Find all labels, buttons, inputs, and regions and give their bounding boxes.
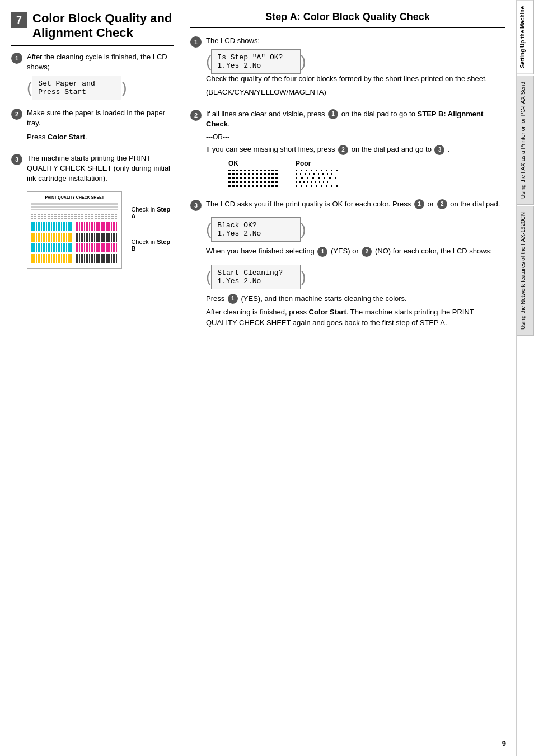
tab-setting-up[interactable]: Setting Up the Machine — [517, 0, 534, 74]
right-step-3: 3 The LCD asks you if the print quality … — [190, 199, 505, 331]
step-b-blocks — [31, 222, 118, 263]
ok-quality: OK — [228, 159, 279, 187]
tab-network[interactable]: Using the Network features of the FAX-19… — [517, 206, 534, 336]
right-step-1: 1 The LCD shows: ( Is Step "A" OK? 1.Yes… — [190, 36, 505, 101]
lcd-left-3: ( — [206, 269, 211, 285]
left-step-2: 2 Make sure the paper is loaded in the p… — [11, 108, 174, 145]
circle-step3-1: 1 — [414, 199, 424, 209]
lcd-inner-right-2: Black OK? 1.Yes 2.No — [211, 217, 301, 242]
step3-line1: The LCD asks you if the print quality is… — [206, 199, 505, 210]
right-tabs: Setting Up the Machine Using the FAX as … — [516, 0, 534, 756]
poor-quality: Poor — [296, 159, 340, 187]
poor-lines — [296, 170, 340, 187]
step-a-heading: Step A: Color Block Quality Check — [190, 11, 505, 28]
right-step-1-content: The LCD shows: ( Is Step "A" OK? 1.Yes 2… — [206, 36, 505, 101]
step3-desc2: Press 1 (YES), and then machine starts c… — [206, 294, 505, 304]
step-2-circle: 2 — [11, 109, 22, 120]
step-1-circle: 1 — [11, 53, 22, 64]
ok-lines — [228, 170, 279, 187]
right-step-3-content: The LCD asks you if the print quality is… — [206, 199, 505, 331]
lcd-display-right-2: ( Black OK? 1.Yes 2.No ) — [206, 217, 306, 242]
pqcs-title: PRINT QUALITY CHECK SHEET — [31, 195, 118, 201]
lcd-right-3: ) — [301, 269, 306, 285]
check-step-a: Check in Step A — [131, 206, 174, 219]
left-step-1: 1 After the cleaning cycle is finished, … — [11, 52, 174, 100]
circle-2-inline: 2 — [338, 145, 348, 155]
check-step-b-row: Check in Step B — [127, 238, 174, 252]
step-3-circle: 3 — [11, 154, 22, 165]
circle-1-inline: 1 — [328, 109, 338, 119]
right-step-3-circle: 3 — [190, 200, 202, 211]
circle-yes: 1 — [317, 247, 327, 257]
pqcs-text — [31, 203, 118, 210]
step3-desc1: When you have finished selecting 1 (YES)… — [206, 246, 505, 257]
step2-line2: If you can see missing short lines, pres… — [206, 144, 505, 155]
lcd-display-right-3: ( Start Cleaning? 1.Yes 2.No ) — [206, 265, 306, 289]
section-title: Color Block Quality and Alignment Check — [32, 11, 172, 41]
step-a-lines — [31, 214, 118, 219]
section-header: 7 Color Block Quality and Alignment Chec… — [11, 11, 174, 46]
circle-step3-2: 2 — [437, 199, 447, 209]
lcd-left-curve: ( — [206, 54, 211, 69]
right-column: Step A: Color Block Quality Check 1 The … — [190, 11, 505, 745]
lcd-inner-right-3: Start Cleaning? 1.Yes 2.No — [211, 265, 301, 289]
step3-desc3: After cleaning is finished, press Color … — [206, 307, 505, 327]
page-number: 9 — [502, 739, 506, 748]
lcd-curve-right: ) — [121, 80, 127, 96]
step-1-content: After the cleaning cycle is finished, th… — [27, 52, 174, 100]
right-step-2-circle: 2 — [190, 110, 202, 121]
left-step-3: 3 The machine starts printing the PRINT … — [11, 153, 174, 274]
lcd-display-1: ( Set Paper and Press Start ) — [27, 76, 127, 100]
circle-3-inline: 3 — [434, 145, 444, 155]
section-badge: 7 — [11, 12, 27, 28]
check-step-b: Check in Step B — [131, 238, 174, 252]
check-step-a-row: Check in Step A — [127, 206, 174, 219]
press-color-start: Press Color Start. — [27, 132, 174, 142]
lcd-display-right-1: ( Is Step "A" OK? 1.Yes 2.No ) — [206, 49, 306, 74]
lcd-right-curve: ) — [301, 54, 306, 69]
pqcs-illustration: PRINT QUALITY CHECK SHEET — [27, 191, 122, 269]
circle-no: 2 — [362, 247, 372, 257]
right-step-2-content: If all lines are clear and visible, pres… — [206, 109, 505, 191]
step-2-content: Make sure the paper is loaded in the pap… — [27, 108, 174, 145]
right-step-2: 2 If all lines are clear and visible, pr… — [190, 109, 505, 191]
quality-compare: OK Poor — [228, 159, 505, 187]
lcd-left-2: ( — [206, 222, 211, 237]
step2-line1: If all lines are clear and visible, pres… — [206, 109, 505, 130]
tab-fax-printer[interactable]: Using the FAX as a Printer or for PC-FAX… — [517, 76, 534, 205]
step-3-content: The machine starts printing the PRINT QU… — [27, 153, 174, 274]
lcd-curve-left: ( — [27, 80, 32, 96]
lcd-right-2: ) — [301, 222, 306, 237]
right-step-1-circle: 1 — [190, 36, 202, 48]
circle-press: 1 — [228, 294, 238, 304]
lcd-inner-right-1: Is Step "A" OK? 1.Yes 2.No — [211, 49, 301, 74]
lcd-inner-1: Set Paper and Press Start — [32, 76, 121, 100]
